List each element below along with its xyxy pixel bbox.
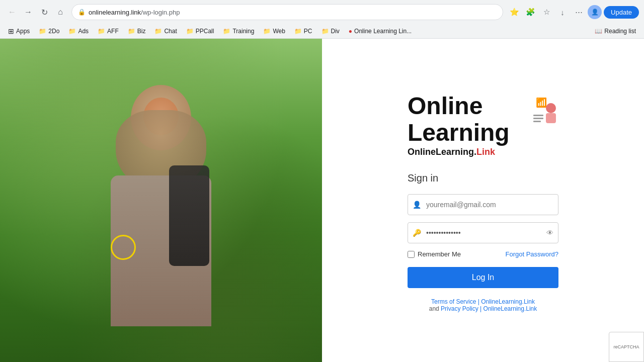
folder-icon: 📁 bbox=[263, 28, 271, 35]
logo-subtitle: OnlineLearning.Link bbox=[408, 147, 528, 157]
login-button[interactable]: Log In bbox=[408, 267, 558, 288]
bookmark-chat-label: Chat bbox=[164, 28, 177, 35]
bookmark-2do[interactable]: 📁 2Do bbox=[35, 26, 63, 36]
bookmark-2do-label: 2Do bbox=[48, 28, 59, 35]
remember-me-text: Remember Me bbox=[418, 250, 461, 258]
logo-icon: 📶 bbox=[528, 96, 558, 131]
bookmark-online-learning[interactable]: ● Online Learning Lin... bbox=[345, 26, 416, 36]
browser-chrome: ← → ↻ ⌂ 🔒 onlinelearning.link/wp-login.p… bbox=[0, 0, 644, 39]
bookmark-ads-label: Ads bbox=[78, 28, 89, 35]
terms-section: Terms of Service | OnlineLearning.Link a… bbox=[408, 298, 558, 312]
bookmark-aff[interactable]: 📁 AFF bbox=[94, 26, 123, 36]
terms-and-text: and bbox=[429, 305, 439, 312]
folder-icon: 📁 bbox=[223, 28, 230, 35]
person-bag bbox=[169, 165, 209, 266]
bookmark-div-label: Div bbox=[331, 28, 340, 35]
bookmark-chat[interactable]: 📁 Chat bbox=[150, 26, 181, 36]
form-options: Remember Me Forgot Password? bbox=[408, 250, 558, 258]
forward-button[interactable]: → bbox=[21, 5, 35, 19]
remember-me-label[interactable]: Remember Me bbox=[408, 250, 461, 258]
home-button[interactable]: ⌂ bbox=[53, 5, 67, 19]
bookmark-online-learning-label: Online Learning Lin... bbox=[354, 28, 412, 35]
logo-line2: Learning bbox=[408, 120, 528, 146]
bookmark-training[interactable]: 📁 Training bbox=[219, 26, 258, 36]
terms-link[interactable]: Terms of Service | OnlineLearning.Link bbox=[431, 298, 535, 305]
folder-icon: 📁 bbox=[68, 28, 76, 35]
url-text: onlinelearning.link/wp-login.php bbox=[89, 9, 497, 16]
email-icon: 👤 bbox=[413, 201, 421, 209]
bookmark-web-label: Web bbox=[273, 28, 285, 35]
folder-icon: 📁 bbox=[39, 28, 46, 35]
logo-text: Online Learning OnlineLearning.Link bbox=[408, 93, 528, 158]
reading-list-label: Reading list bbox=[604, 28, 636, 35]
page-content: Online Learning OnlineLearning.Link 📶 bbox=[0, 39, 644, 362]
extensions-button[interactable]: 🧩 bbox=[523, 5, 537, 19]
bookmark-aff-label: AFF bbox=[107, 28, 119, 35]
profile-button[interactable]: 👤 bbox=[588, 5, 602, 19]
bookmark-biz-label: Biz bbox=[137, 28, 146, 35]
bookmark-training-label: Training bbox=[232, 28, 254, 35]
captcha-text: reCAPTCHA bbox=[613, 344, 639, 349]
bookmark-ppcall[interactable]: 📁 PPCall bbox=[182, 26, 218, 36]
favorites-button[interactable]: ☆ bbox=[539, 5, 553, 19]
logo-subtitle-part1: OnlineLearning. bbox=[408, 147, 476, 157]
address-bar[interactable]: 🔒 onlinelearning.link/wp-login.php bbox=[71, 4, 503, 20]
svg-rect-3 bbox=[533, 115, 543, 116]
reading-list-icon: 📖 bbox=[595, 28, 602, 35]
browser-toolbar: ← → ↻ ⌂ 🔒 onlinelearning.link/wp-login.p… bbox=[0, 0, 644, 24]
login-panel: Online Learning OnlineLearning.Link 📶 bbox=[322, 39, 644, 362]
bookmark-apps[interactable]: ⊞ Apps bbox=[4, 26, 34, 37]
bookmark-ppcall-label: PPCall bbox=[196, 28, 214, 35]
search-companion-button[interactable]: ⭐ bbox=[507, 5, 521, 19]
toolbar-actions: ⭐ 🧩 ☆ ↓ ⋯ 👤 Update bbox=[507, 5, 639, 19]
svg-text:📶: 📶 bbox=[536, 97, 547, 108]
bookmarks-bar: ⊞ Apps 📁 2Do 📁 Ads 📁 AFF 📁 Biz 📁 Chat 📁 … bbox=[0, 24, 644, 39]
password-field-wrapper: 🔑 👁 bbox=[408, 222, 558, 243]
show-password-icon[interactable]: 👁 bbox=[546, 229, 553, 237]
cursor-indicator bbox=[111, 235, 136, 260]
person-figure bbox=[80, 85, 242, 362]
email-field-wrapper: 👤 bbox=[408, 194, 558, 215]
bookmark-apps-label: Apps bbox=[16, 28, 30, 35]
reload-button[interactable]: ↻ bbox=[37, 5, 51, 19]
bookmark-web[interactable]: 📁 Web bbox=[259, 26, 289, 36]
logo-section: Online Learning OnlineLearning.Link 📶 bbox=[408, 93, 558, 158]
bookmark-pc[interactable]: 📁 PC bbox=[290, 26, 316, 36]
apps-icon: ⊞ bbox=[8, 27, 14, 35]
nav-buttons: ← → ↻ ⌂ bbox=[5, 5, 67, 19]
login-form-container: Online Learning OnlineLearning.Link 📶 bbox=[408, 93, 558, 313]
site-icon: ● bbox=[349, 28, 352, 35]
remember-me-checkbox[interactable] bbox=[408, 251, 415, 258]
svg-rect-5 bbox=[533, 121, 541, 122]
reading-list-button[interactable]: 📖 Reading list bbox=[591, 26, 640, 36]
lock-icon: 🔒 bbox=[78, 9, 86, 16]
logo-row: Online Learning OnlineLearning.Link 📶 bbox=[408, 93, 558, 158]
folder-icon: 📁 bbox=[321, 28, 329, 35]
logo-subtitle-part2: Link bbox=[476, 147, 495, 157]
folder-icon: 📁 bbox=[154, 28, 162, 35]
folder-icon: 📁 bbox=[186, 28, 194, 35]
password-input[interactable] bbox=[408, 222, 558, 243]
password-icon: 🔑 bbox=[413, 229, 421, 237]
collections-button[interactable]: ↓ bbox=[555, 5, 570, 19]
privacy-link[interactable]: Privacy Policy | OnlineLearning.Link bbox=[441, 305, 537, 312]
bookmark-ads[interactable]: 📁 Ads bbox=[64, 26, 93, 36]
logo-line1: Online bbox=[408, 93, 528, 120]
update-button[interactable]: Update bbox=[604, 6, 639, 19]
sign-in-label: Sign in bbox=[408, 172, 558, 184]
folder-icon: 📁 bbox=[294, 28, 302, 35]
logo-title: Online Learning bbox=[408, 93, 528, 146]
bookmark-biz[interactable]: 📁 Biz bbox=[124, 26, 150, 36]
email-input[interactable] bbox=[408, 194, 558, 215]
svg-rect-2 bbox=[546, 113, 556, 123]
hero-panel bbox=[0, 39, 322, 362]
back-button[interactable]: ← bbox=[5, 5, 19, 19]
folder-icon: 📁 bbox=[98, 28, 105, 35]
settings-button[interactable]: ⋯ bbox=[572, 5, 586, 19]
recaptcha-badge: reCAPTCHA bbox=[609, 332, 644, 362]
bookmark-div[interactable]: 📁 Div bbox=[317, 26, 344, 36]
svg-rect-4 bbox=[533, 118, 543, 119]
forgot-password-link[interactable]: Forgot Password? bbox=[506, 250, 559, 258]
logo-svg: 📶 bbox=[528, 96, 558, 131]
folder-icon: 📁 bbox=[128, 28, 135, 35]
